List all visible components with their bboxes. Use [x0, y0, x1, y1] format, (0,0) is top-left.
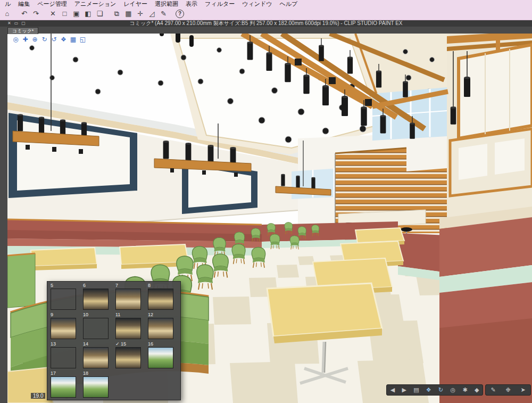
menu-item-3[interactable]: アニメーション [71, 0, 120, 8]
3d-material-thumbnail-panel[interactable]: 567891011121314✓ 15161718 [47, 281, 181, 400]
light-setting-icon[interactable]: ✱ [462, 387, 467, 393]
close-button[interactable]: ✕ [7, 20, 11, 27]
help-icon[interactable]: ? [176, 10, 184, 18]
rotate-ccw-icon[interactable]: ↺ [50, 35, 58, 43]
object-list-icon[interactable]: ▤ [413, 387, 419, 393]
thumbnail-number: 16 [146, 341, 179, 347]
camera-pan-icon[interactable]: ✚ [21, 35, 29, 43]
thumbnail-number: 17 [49, 370, 81, 376]
material-thumbnail-cell-9[interactable]: 9 [49, 311, 81, 341]
thumbnail-image[interactable] [148, 347, 173, 368]
clip-studio-paint-window: ル編集ページ管理アニメーションレイヤー選択範囲表示フィルターウィンドウヘルプ ⌂… [0, 0, 532, 403]
material-thumbnail-cell-14[interactable]: 14 [81, 341, 114, 370]
thumbnail-image[interactable] [148, 289, 173, 310]
material-thumbnail-cell-12[interactable]: 12 [146, 311, 179, 341]
thumbnail-image[interactable] [83, 347, 109, 368]
ruler-icon[interactable]: ◿ [147, 9, 157, 19]
clip-studio-home-icon[interactable]: ⌂ [2, 9, 12, 19]
document-title-bar: ✕▭▢ コミック* (A4 297.00 x 210.00mm 製本サイズ:B5… [0, 20, 532, 27]
menu-bar: ル編集ページ管理アニメーションレイヤー選択範囲表示フィルターウィンドウヘルプ [0, 0, 532, 7]
document-title: コミック* (A4 297.00 x 210.00mm 製本サイズ:B5 判 2… [0, 20, 532, 27]
canvas-tab[interactable]: コミック* [7, 27, 38, 34]
menu-item-7[interactable]: フィルター [201, 0, 238, 8]
select-all-icon[interactable]: ▣ [71, 9, 81, 19]
zoom-readout: 19.0 [31, 393, 45, 399]
camera-zoom-icon[interactable]: ⊕ [31, 35, 39, 43]
command-bar: ⌂↶↷✕□▣◧❏⧉▦✛◿✎? [0, 7, 532, 20]
thumbnail-image[interactable] [115, 289, 141, 310]
object-bottom-toolbar: ◀▶▤❖↻◎✱◆ [386, 384, 483, 396]
material-thumbnail-cell-13[interactable]: 13 [49, 341, 81, 370]
menu-item-8[interactable]: ウィンドウ [238, 0, 276, 8]
prev-angle-icon[interactable]: ◀ [390, 387, 395, 393]
material-thumbnail-cell-16[interactable]: 16 [146, 341, 179, 370]
thumbnail-image[interactable] [83, 376, 109, 398]
rotate-mode-icon[interactable]: ↻ [438, 387, 443, 393]
3d-camera-launcher: ◎✚⊕↻↺❖▦◱ [12, 35, 87, 43]
undo-icon[interactable]: ↶ [19, 9, 29, 19]
grid-snap-icon[interactable]: ▦ [69, 35, 77, 43]
material-thumbnail-cell-6[interactable]: 6 [81, 282, 114, 311]
thumbnail-number: 13 [49, 341, 81, 347]
deselect-icon[interactable]: □ [60, 9, 70, 19]
thumbnail-number: 8 [146, 282, 179, 289]
thumbnail-number: 11 [114, 311, 146, 318]
thumbnail-image[interactable] [148, 318, 173, 339]
window-controls: ✕▭▢ [7, 20, 26, 27]
menu-item-2[interactable]: ページ管理 [34, 0, 71, 8]
view-reset-icon[interactable]: ◱ [79, 35, 87, 43]
thumbnail-number: 6 [81, 282, 114, 289]
detail-setting-icon[interactable]: ◆ [475, 387, 479, 393]
material-thumbnail-cell-11[interactable]: 11 [114, 311, 146, 341]
thumbnail-image[interactable] [51, 318, 76, 339]
thumbnail-image[interactable] [83, 289, 109, 310]
guide-icon[interactable]: ✛ [135, 9, 145, 19]
menu-item-4[interactable]: レイヤー [120, 0, 151, 8]
pen-tool-icon[interactable]: ✎ [491, 387, 495, 393]
decoration-tool-icon[interactable]: ❉ [505, 387, 510, 393]
special-ruler-icon[interactable]: ✎ [159, 9, 169, 19]
menu-item-5[interactable]: 選択範囲 [151, 0, 182, 8]
thumbnail-image[interactable] [115, 318, 141, 339]
menu-item-9[interactable]: ヘルプ [276, 0, 301, 8]
thumbnail-number: 14 [81, 341, 114, 347]
operation-tool-icon[interactable]: ➤ [520, 387, 525, 393]
maximize-button[interactable]: ▢ [21, 20, 26, 27]
move-mode-icon[interactable]: ❖ [426, 387, 431, 393]
grid-icon[interactable]: ▦ [123, 9, 134, 19]
thumbnail-number: 18 [81, 370, 114, 376]
camera-mode-icon[interactable]: ◎ [450, 387, 455, 393]
next-angle-icon[interactable]: ▶ [402, 387, 406, 393]
material-thumbnail-cell-7[interactable]: 7 [114, 282, 146, 311]
minimize-button[interactable]: ▭ [14, 20, 19, 27]
redo-icon[interactable]: ↷ [31, 9, 41, 19]
thumbnail-number: 9 [49, 311, 81, 318]
material-thumbnail-cell-17[interactable]: 17 [49, 370, 81, 399]
material-thumbnail-cell-18[interactable]: 18 [81, 370, 114, 399]
thumbnail-image[interactable] [51, 289, 76, 310]
menu-item-6[interactable]: 表示 [182, 0, 201, 8]
camera-orbit-icon[interactable]: ◎ [12, 35, 20, 43]
menu-item-1[interactable]: 編集 [14, 0, 34, 8]
invert-selection-icon[interactable]: ◧ [83, 9, 93, 19]
menu-item-0[interactable]: ル [1, 0, 14, 8]
clear-icon[interactable]: ✕ [48, 9, 58, 19]
material-thumbnail-cell-10[interactable]: 10 [81, 311, 114, 341]
material-thumbnail-cell-5[interactable]: 5 [49, 282, 81, 311]
tool-bottom-toolbar: ✎❉➤ [485, 384, 531, 396]
thumbnail-number: 7 [114, 282, 146, 289]
right-wall [447, 31, 532, 235]
transform-icon[interactable]: ⧉ [112, 9, 122, 19]
object-move-icon[interactable]: ❖ [60, 35, 68, 43]
thumbnail-number: 12 [146, 311, 179, 318]
right-foreground-booth [439, 207, 532, 403]
thumbnail-image[interactable] [115, 347, 141, 368]
thumbnail-number: ✓ 15 [114, 341, 146, 347]
thumbnail-image[interactable] [83, 318, 109, 339]
thumbnail-image[interactable] [51, 376, 76, 398]
material-thumbnail-cell-8[interactable]: 8 [146, 282, 179, 311]
thumbnail-image[interactable] [51, 347, 76, 368]
material-thumbnail-cell-15[interactable]: ✓ 15 [114, 341, 146, 370]
new-layer-icon[interactable]: ❏ [95, 9, 105, 19]
rotate-cw-icon[interactable]: ↻ [40, 35, 48, 43]
